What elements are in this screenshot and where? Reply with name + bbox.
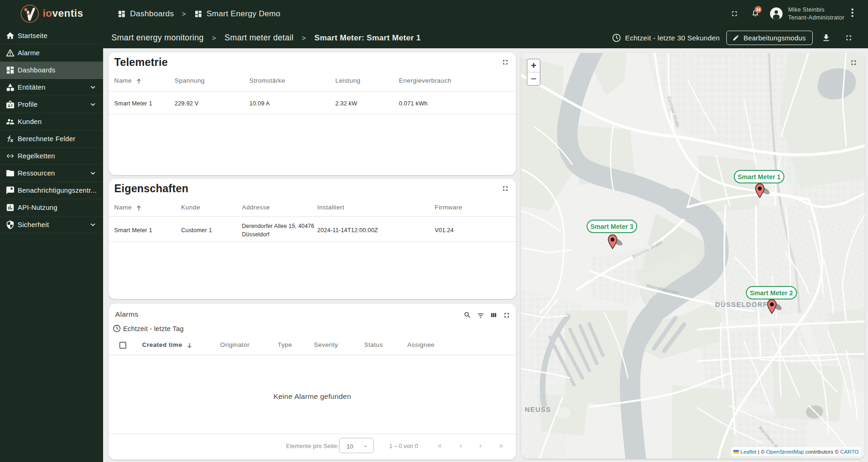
svg-text:Smart Meter 2: Smart Meter 2 xyxy=(750,289,793,297)
svg-text:NEUSS: NEUSS xyxy=(525,406,551,413)
svg-text:Smart Meter 1: Smart Meter 1 xyxy=(737,173,781,181)
svg-text:DÜSSELDORF: DÜSSELDORF xyxy=(715,301,768,308)
svg-text:Smart Meter 3: Smart Meter 3 xyxy=(590,223,633,230)
